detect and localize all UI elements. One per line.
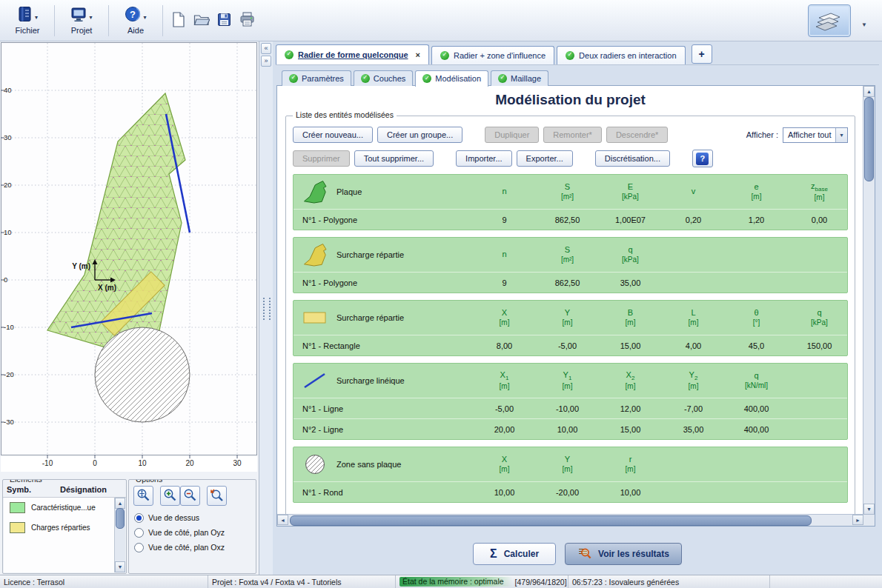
column-header: Y2[m] [662, 370, 725, 391]
subtab-modelisation[interactable]: Modélisation [415, 70, 488, 87]
column-header: S[m²] [536, 245, 599, 264]
column-header: zbase[m] [788, 181, 851, 202]
scroll-down-icon[interactable]: ▼ [115, 561, 125, 572]
close-icon[interactable] [416, 50, 420, 59]
scroll-down-icon[interactable]: ▼ [863, 504, 875, 515]
entity-header: PlaquenS[m²]E[kPa]ve[m]zbase[m] [294, 175, 847, 209]
panel-splitter[interactable] [259, 41, 273, 575]
voir-resultats-button[interactable]: Voir les résultats [565, 543, 682, 565]
projet-menu[interactable]: Projet [59, 3, 105, 39]
elements-scrollbar[interactable]: ▲ ▼ [114, 498, 125, 572]
open-folder-button[interactable] [191, 10, 211, 30]
tab-label: Radier de forme quelconque [298, 50, 408, 59]
entity-row[interactable]: N°1 - Polygone9862,5035,00 [294, 272, 847, 293]
designation-column-header: Désignation [41, 485, 126, 494]
logo-dropdown-icon[interactable] [861, 16, 867, 30]
afficher-select[interactable]: Afficher tout [783, 127, 848, 143]
svg-text:-10: -10 [4, 323, 14, 331]
zoom-fit-button[interactable] [133, 486, 153, 506]
scrollbar-thumb[interactable] [116, 508, 125, 529]
aide-menu[interactable]: ? Aide [113, 3, 159, 39]
entity-row[interactable]: N°1 - Polygone9862,501,00E070,201,200,00 [294, 209, 847, 230]
scroll-left-icon[interactable]: ◄ [277, 515, 288, 525]
subtab-label: Modélisation [435, 74, 481, 83]
entity-row[interactable]: N°1 - Rond10,00-20,0010,00 [294, 481, 847, 502]
entity-row-label: N°1 - Ligne [294, 404, 473, 413]
entity-value: -5,00 [473, 404, 536, 413]
creer-groupe-button[interactable]: Créer un groupe... [377, 127, 462, 143]
elements-panel: Éléments Symb. Désignation Caractéristiq… [2, 479, 127, 574]
app-logo[interactable] [808, 4, 851, 37]
radio-vue-1[interactable]: Vue de côté, plan Oyz [134, 525, 256, 540]
elements-header: Symb. Désignation [3, 482, 126, 498]
subtab-maillage[interactable]: Maillage [491, 70, 548, 86]
expand-right-icon[interactable] [261, 56, 271, 67]
add-tab-button[interactable] [692, 44, 712, 64]
dupliquer-button: Dupliquer [485, 127, 539, 143]
collapse-left-icon[interactable] [261, 43, 271, 54]
zoom-previous-icon [210, 488, 224, 504]
calculer-button[interactable]: Σ Calculer [473, 543, 556, 565]
horizontal-scrollbar[interactable]: ◄ ► [277, 514, 863, 526]
subtab-couches[interactable]: Couches [354, 70, 413, 86]
check-icon [361, 74, 370, 83]
tout-supprimer-button[interactable]: Tout supprimer... [354, 150, 434, 167]
element-row-1[interactable]: Charges réparties [4, 518, 115, 538]
main-area: Radier de forme quelconque Radier + zone… [273, 41, 882, 575]
subtab-parametres[interactable]: Paramètres [282, 70, 351, 86]
entity-value: 45,0 [725, 341, 788, 350]
zoom-in-button[interactable] [160, 486, 180, 506]
zoom-out-button[interactable] [180, 486, 200, 506]
element-row-0[interactable]: Caractéristique...ue [4, 498, 115, 518]
zone-sans-plaque-shape[interactable] [95, 327, 190, 422]
help-icon: ? [696, 153, 709, 165]
scrollbar-thumb[interactable] [864, 97, 874, 181]
tab-deux-radiers-interaction[interactable]: Deux radiers en interaction [557, 46, 685, 64]
print-button[interactable] [237, 10, 257, 30]
status-memoire: État de la mémoire : optimale [479/964/1… [396, 575, 568, 588]
tab-radier-de-forme-quelconque[interactable]: Radier de forme quelconque [276, 44, 429, 64]
check-icon [422, 74, 431, 83]
entity-row[interactable]: N°2 - Ligne20,0010,0015,0035,00400,00 [294, 418, 847, 439]
creer-nouveau-button[interactable]: Créer nouveau... [293, 127, 373, 143]
scroll-right-icon[interactable]: ► [852, 515, 863, 525]
subtab-label: Maillage [511, 74, 541, 83]
radio-vue-0[interactable]: Vue de dessus [134, 510, 256, 525]
column-header: X[m] [473, 308, 536, 327]
entity-block-2: Surcharge répartieX[m]Y[m]B[m]L[m]θ[°]q[… [293, 300, 848, 356]
status-licence: Licence : Terrasol [0, 575, 208, 588]
modelisation-content-panel: Modélisation du projet Liste des entités… [276, 85, 875, 527]
svg-text:-10: -10 [42, 459, 53, 467]
entity-value: 10,00 [599, 488, 662, 497]
surcharge-polygone-icon [294, 244, 336, 267]
help-button[interactable]: ? [692, 150, 713, 167]
entity-value: 862,50 [536, 216, 599, 224]
combo-arrow-icon[interactable] [835, 128, 847, 142]
fichier-menu[interactable]: Fichier [4, 3, 50, 39]
element-symbol [10, 502, 25, 513]
element-symbol [10, 522, 25, 533]
svg-text:20: 20 [4, 181, 12, 189]
radio-label: Vue de dessus [148, 513, 199, 522]
new-file-button[interactable] [168, 10, 188, 30]
save-button[interactable] [214, 10, 234, 30]
vertical-scrollbar[interactable]: ▲ ▼ [863, 86, 875, 515]
splitter-grip-icon[interactable] [263, 298, 271, 320]
discretisation-button[interactable]: Discrétisation... [595, 150, 670, 167]
scrollbar-corner [863, 515, 875, 526]
scroll-up-icon[interactable]: ▲ [115, 498, 125, 509]
entity-value: -10,00 [536, 404, 599, 413]
tab-label: Radier + zone d'influence [454, 51, 546, 60]
scrollbar-thumb[interactable] [290, 515, 812, 526]
radio-vue-2[interactable]: Vue de côté, plan Oxz [134, 540, 256, 555]
entity-row[interactable]: N°1 - Ligne-5,00-10,0012,00-7,00400,00 [294, 398, 847, 418]
plot-area[interactable]: Y (m) X (m) 40 30 20 10 0 -10 -20 -30 -1… [1, 42, 257, 472]
importer-button[interactable]: Importer... [456, 150, 512, 167]
scroll-up-icon[interactable]: ▲ [863, 86, 875, 97]
entity-row[interactable]: N°1 - Rectangle8,00-5,0015,004,0045,0150… [294, 335, 847, 355]
tab-radier-zone-influence[interactable]: Radier + zone d'influence [431, 46, 554, 64]
svg-text:30: 30 [4, 133, 12, 141]
zoom-previous-button[interactable] [207, 486, 227, 506]
exporter-button[interactable]: Exporter... [517, 150, 573, 167]
entity-value: -20,00 [536, 488, 599, 497]
